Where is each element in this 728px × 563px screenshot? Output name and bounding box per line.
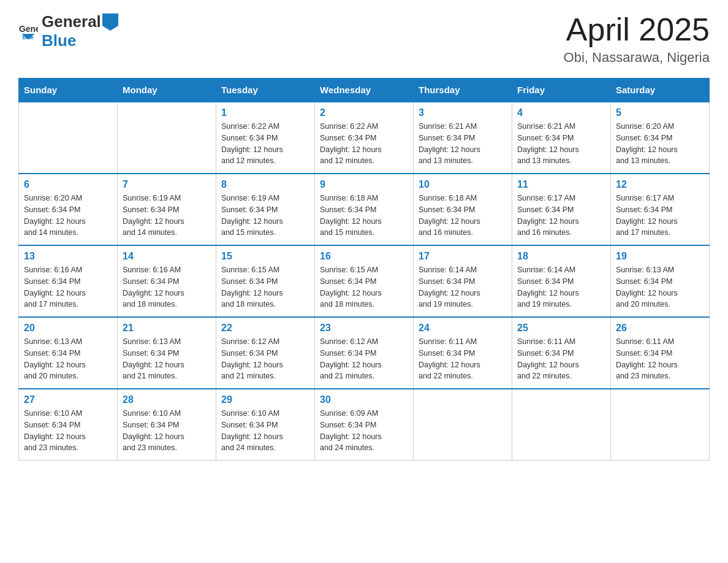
day-info: Sunrise: 6:21 AM Sunset: 6:34 PM Dayligh… [517,121,605,167]
calendar-cell: 17Sunrise: 6:14 AM Sunset: 6:34 PM Dayli… [414,245,512,317]
calendar-cell: 2Sunrise: 6:22 AM Sunset: 6:34 PM Daylig… [315,102,414,174]
day-info: Sunrise: 6:15 AM Sunset: 6:34 PM Dayligh… [320,264,408,310]
month-title: April 2025 [564,12,710,47]
svg-text:General: General [19,24,38,34]
calendar-cell: 13Sunrise: 6:16 AM Sunset: 6:34 PM Dayli… [19,245,118,317]
day-info: Sunrise: 6:20 AM Sunset: 6:34 PM Dayligh… [616,121,704,167]
weekday-header-row: SundayMondayTuesdayWednesdayThursdayFrid… [19,79,710,102]
day-number: 23 [320,323,408,334]
day-number: 8 [221,179,309,190]
day-number: 24 [419,323,507,334]
day-number: 15 [221,251,309,262]
day-info: Sunrise: 6:10 AM Sunset: 6:34 PM Dayligh… [24,408,112,454]
calendar-cell: 11Sunrise: 6:17 AM Sunset: 6:34 PM Dayli… [512,174,611,245]
calendar-cell: 25Sunrise: 6:11 AM Sunset: 6:34 PM Dayli… [512,317,611,389]
weekday-header-monday: Monday [118,79,216,102]
weekday-header-sunday: Sunday [19,79,118,102]
day-number: 18 [517,251,605,262]
day-info: Sunrise: 6:11 AM Sunset: 6:34 PM Dayligh… [616,336,704,382]
calendar-cell [611,389,710,461]
calendar-cell: 4Sunrise: 6:21 AM Sunset: 6:34 PM Daylig… [512,102,611,174]
day-info: Sunrise: 6:19 AM Sunset: 6:34 PM Dayligh… [221,193,309,239]
logo: General Blue General Blue [18,12,118,50]
logo-general-text: General [42,12,101,31]
weekday-header-friday: Friday [512,79,611,102]
weekday-header-tuesday: Tuesday [216,79,315,102]
calendar-cell: 12Sunrise: 6:17 AM Sunset: 6:34 PM Dayli… [611,174,710,245]
calendar-cell: 5Sunrise: 6:20 AM Sunset: 6:34 PM Daylig… [611,102,710,174]
day-info: Sunrise: 6:14 AM Sunset: 6:34 PM Dayligh… [419,264,507,310]
calendar-cell: 10Sunrise: 6:18 AM Sunset: 6:34 PM Dayli… [414,174,512,245]
day-info: Sunrise: 6:11 AM Sunset: 6:34 PM Dayligh… [517,336,605,382]
day-info: Sunrise: 6:12 AM Sunset: 6:34 PM Dayligh… [320,336,408,382]
day-info: Sunrise: 6:13 AM Sunset: 6:34 PM Dayligh… [24,336,112,382]
day-info: Sunrise: 6:22 AM Sunset: 6:34 PM Dayligh… [221,121,309,167]
day-number: 1 [221,107,309,118]
day-info: Sunrise: 6:17 AM Sunset: 6:34 PM Dayligh… [616,193,704,239]
day-number: 11 [517,179,605,190]
day-info: Sunrise: 6:16 AM Sunset: 6:34 PM Dayligh… [123,264,211,310]
calendar-cell: 14Sunrise: 6:16 AM Sunset: 6:34 PM Dayli… [118,245,216,317]
day-number: 21 [123,323,211,334]
calendar-cell: 22Sunrise: 6:12 AM Sunset: 6:34 PM Dayli… [216,317,315,389]
calendar-week-row: 6Sunrise: 6:20 AM Sunset: 6:34 PM Daylig… [19,174,710,245]
weekday-header-wednesday: Wednesday [315,79,414,102]
calendar-cell: 29Sunrise: 6:10 AM Sunset: 6:34 PM Dayli… [216,389,315,461]
calendar-cell: 16Sunrise: 6:15 AM Sunset: 6:34 PM Dayli… [315,245,414,317]
day-number: 10 [419,179,507,190]
calendar-cell: 8Sunrise: 6:19 AM Sunset: 6:34 PM Daylig… [216,174,315,245]
day-number: 29 [221,394,309,405]
day-info: Sunrise: 6:10 AM Sunset: 6:34 PM Dayligh… [221,408,309,454]
day-info: Sunrise: 6:18 AM Sunset: 6:34 PM Dayligh… [320,193,408,239]
location-title: Obi, Nassarawa, Nigeria [564,50,710,66]
calendar-week-row: 1Sunrise: 6:22 AM Sunset: 6:34 PM Daylig… [19,102,710,174]
day-number: 3 [419,107,507,118]
calendar-cell: 1Sunrise: 6:22 AM Sunset: 6:34 PM Daylig… [216,102,315,174]
day-number: 26 [616,323,704,334]
calendar-cell: 23Sunrise: 6:12 AM Sunset: 6:34 PM Dayli… [315,317,414,389]
calendar-week-row: 20Sunrise: 6:13 AM Sunset: 6:34 PM Dayli… [19,317,710,389]
weekday-header-thursday: Thursday [414,79,512,102]
calendar-body: 1Sunrise: 6:22 AM Sunset: 6:34 PM Daylig… [19,102,710,461]
calendar-cell: 6Sunrise: 6:20 AM Sunset: 6:34 PM Daylig… [19,174,118,245]
day-number: 19 [616,251,704,262]
calendar-cell: 9Sunrise: 6:18 AM Sunset: 6:34 PM Daylig… [315,174,414,245]
day-number: 12 [616,179,704,190]
day-info: Sunrise: 6:15 AM Sunset: 6:34 PM Dayligh… [221,264,309,310]
calendar-week-row: 13Sunrise: 6:16 AM Sunset: 6:34 PM Dayli… [19,245,710,317]
page-header: General Blue General Blue April 2025 Obi… [18,12,710,66]
calendar-cell: 15Sunrise: 6:15 AM Sunset: 6:34 PM Dayli… [216,245,315,317]
calendar-cell: 19Sunrise: 6:13 AM Sunset: 6:34 PM Dayli… [611,245,710,317]
day-number: 7 [123,179,211,190]
calendar-cell: 26Sunrise: 6:11 AM Sunset: 6:34 PM Dayli… [611,317,710,389]
day-info: Sunrise: 6:09 AM Sunset: 6:34 PM Dayligh… [320,408,408,454]
day-number: 2 [320,107,408,118]
calendar-cell: 20Sunrise: 6:13 AM Sunset: 6:34 PM Dayli… [19,317,118,389]
svg-marker-3 [102,13,118,31]
day-info: Sunrise: 6:21 AM Sunset: 6:34 PM Dayligh… [419,121,507,167]
day-number: 14 [123,251,211,262]
day-number: 4 [517,107,605,118]
day-number: 5 [616,107,704,118]
calendar-week-row: 27Sunrise: 6:10 AM Sunset: 6:34 PM Dayli… [19,389,710,461]
logo-arrow-icon [102,13,118,31]
day-number: 27 [24,394,112,405]
calendar-cell [414,389,512,461]
day-number: 20 [24,323,112,334]
calendar-cell: 7Sunrise: 6:19 AM Sunset: 6:34 PM Daylig… [118,174,216,245]
calendar-cell: 27Sunrise: 6:10 AM Sunset: 6:34 PM Dayli… [19,389,118,461]
logo-blue-text: Blue [42,31,76,50]
calendar-cell: 3Sunrise: 6:21 AM Sunset: 6:34 PM Daylig… [414,102,512,174]
day-info: Sunrise: 6:10 AM Sunset: 6:34 PM Dayligh… [123,408,211,454]
calendar-cell: 30Sunrise: 6:09 AM Sunset: 6:34 PM Dayli… [315,389,414,461]
day-number: 25 [517,323,605,334]
calendar-cell: 21Sunrise: 6:13 AM Sunset: 6:34 PM Dayli… [118,317,216,389]
calendar-cell: 28Sunrise: 6:10 AM Sunset: 6:34 PM Dayli… [118,389,216,461]
calendar-cell: 24Sunrise: 6:11 AM Sunset: 6:34 PM Dayli… [414,317,512,389]
day-info: Sunrise: 6:16 AM Sunset: 6:34 PM Dayligh… [24,264,112,310]
calendar-table: SundayMondayTuesdayWednesdayThursdayFrid… [18,78,710,461]
day-info: Sunrise: 6:13 AM Sunset: 6:34 PM Dayligh… [123,336,211,382]
calendar-header: SundayMondayTuesdayWednesdayThursdayFrid… [19,79,710,102]
day-info: Sunrise: 6:11 AM Sunset: 6:34 PM Dayligh… [419,336,507,382]
day-info: Sunrise: 6:18 AM Sunset: 6:34 PM Dayligh… [419,193,507,239]
